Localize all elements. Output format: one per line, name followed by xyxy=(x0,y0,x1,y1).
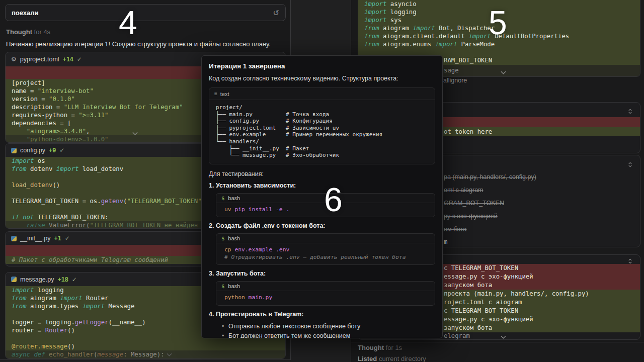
code-token: import xyxy=(435,41,457,48)
added-lines-badge: +14 xyxy=(63,56,73,63)
tree-line: ├── env.example # Пример переменных окру… xyxy=(216,131,435,138)
step-title: 2. Создать файл .env с токеном бота: xyxy=(209,222,435,229)
code-token: # Отредактировать .env — добавить реальн… xyxy=(224,254,406,260)
code-token: import xyxy=(83,303,105,310)
code-token: async xyxy=(12,351,30,358)
code-token: env.example .env xyxy=(231,246,290,253)
code-token: (__name__) xyxy=(109,319,146,326)
step-title: 4. Протестировать в Telegram: xyxy=(209,311,435,318)
shell-label: bash xyxy=(228,195,240,201)
code-token: : Message): xyxy=(123,351,164,358)
code-token: description = xyxy=(12,104,64,111)
expand-chevron-icon[interactable] xyxy=(132,128,138,137)
code-token: [project] xyxy=(12,79,45,86)
code-token: @router.message xyxy=(12,343,67,350)
dollar-prompt-icon: $ xyxy=(221,235,224,241)
code-token: logging xyxy=(386,9,416,16)
code-token: "python-dotenv>=1.0.0" xyxy=(27,136,109,143)
section-divider xyxy=(351,342,644,342)
step-title: 1. Установить зависимости: xyxy=(209,182,435,189)
check-icon: ✓ xyxy=(72,276,77,283)
code-token: load_dotenv xyxy=(78,165,123,172)
code-token: aiogram xyxy=(27,295,60,302)
code-token: TELEGRAM_BOT_TOKEN = os. xyxy=(12,198,101,205)
file-name: __init__.py xyxy=(20,235,50,242)
code-token: raise xyxy=(27,222,45,229)
code-token: () xyxy=(67,343,75,350)
code-line: @router.message() xyxy=(6,342,285,350)
bash-line: # Отредактировать .env — добавить реальн… xyxy=(224,254,435,261)
code-token: () xyxy=(52,182,60,189)
step-title: 3. Запустить бота: xyxy=(209,270,435,277)
bash-block-header: $bash xyxy=(216,234,435,243)
code-token: router = xyxy=(12,327,45,334)
text-file-icon: ≡ xyxy=(214,91,217,97)
project-tree-block: ≡ text project/├── main.py # Точка входа… xyxy=(209,87,435,164)
bullet-item: Бот должен ответить тем же сообщением xyxy=(222,331,435,338)
code-token: , xyxy=(86,128,90,135)
code-token xyxy=(12,128,27,135)
unfold-icon[interactable] xyxy=(627,107,633,116)
unfold-icon[interactable] xyxy=(627,160,633,169)
expand-chevron-icon[interactable] xyxy=(167,350,172,358)
code-token: "interview-bot" xyxy=(38,87,94,95)
code-token: version = xyxy=(12,96,49,103)
dollar-prompt-icon: $ xyxy=(221,195,224,201)
gear-icon: ⚙ xyxy=(11,56,17,62)
dialog-title: Итерация 1 завершена xyxy=(209,62,435,70)
code-token: load_dotenv xyxy=(12,182,52,189)
code-token: if xyxy=(12,214,19,221)
code-token xyxy=(12,222,27,229)
code-token: aiogram.enums xyxy=(379,41,435,48)
code-token: ( xyxy=(123,198,127,205)
annotation-digit-5: 5 xyxy=(489,6,507,39)
code-token: getLogger xyxy=(75,319,109,326)
code-token: import xyxy=(12,287,34,294)
unfold-icon[interactable] xyxy=(627,257,633,266)
code-block-header: ≡ text xyxy=(209,88,435,100)
shell-label: bash xyxy=(228,235,240,241)
code-token: sys xyxy=(386,17,401,24)
dialog-subtitle: Код создан согласно техническому видению… xyxy=(209,75,435,82)
code-token: aiogram.types xyxy=(27,303,83,310)
python-file-icon xyxy=(11,148,17,153)
tree-line: ├── pyproject.toml # Зависимости uv xyxy=(216,125,435,132)
code-token: import xyxy=(413,25,435,32)
code-token: getenv xyxy=(101,198,123,205)
code-token: from xyxy=(12,303,27,310)
check-icon: ✓ xyxy=(59,147,64,154)
thought-duration[interactable]: Thought for 4s xyxy=(6,28,50,36)
code-token: from xyxy=(364,41,379,48)
iteration-complete-dialog: Итерация 1 завершена Код создан согласно… xyxy=(201,55,443,338)
added-lines-badge: +9 xyxy=(49,147,56,154)
tree-line: └── handlers/ xyxy=(216,138,435,145)
restore-checkpoint-icon[interactable]: ↺ xyxy=(273,9,279,17)
code-token: import xyxy=(56,165,78,172)
code-token: from xyxy=(364,25,379,32)
code-token: "0.1.0" xyxy=(49,96,75,103)
tree-line: └── message.py # Эхо-обработчик xyxy=(216,152,435,159)
prompt-input[interactable]: поехали ↺ xyxy=(5,4,286,21)
expand-chevron-icon[interactable] xyxy=(501,67,506,77)
code-token: logger = logging. xyxy=(12,319,75,326)
tool-call-listed[interactable]: Listed current directory xyxy=(358,355,426,362)
check-icon: ✓ xyxy=(77,56,82,63)
code-token: import xyxy=(468,33,491,40)
tree-line: ├── config.py # Конфигурация xyxy=(216,118,435,125)
code-token: from xyxy=(12,295,27,302)
dollar-prompt-icon: $ xyxy=(221,283,224,289)
shell-label: bash xyxy=(228,283,240,289)
code-token: aiogram.client.default xyxy=(379,33,469,40)
prompt-text: поехали xyxy=(12,9,39,17)
added-lines-badge: +18 xyxy=(57,276,68,283)
code-token: # Пакет с обработчиками Telegram сообщен… xyxy=(12,256,168,263)
code-token: ">=3.11" xyxy=(78,112,108,119)
code-token: import xyxy=(364,17,386,24)
annotation-digit-6: 6 xyxy=(324,183,343,216)
thought-duration[interactable]: Thought for 1s xyxy=(358,344,402,351)
expand-chevron-icon[interactable] xyxy=(501,333,506,340)
code-token: name = xyxy=(12,87,38,95)
code-token: TELEGRAM_BOT_TOKEN: xyxy=(34,214,108,221)
code-token: message xyxy=(97,351,123,358)
bash-block-body: python main.py xyxy=(216,291,435,305)
